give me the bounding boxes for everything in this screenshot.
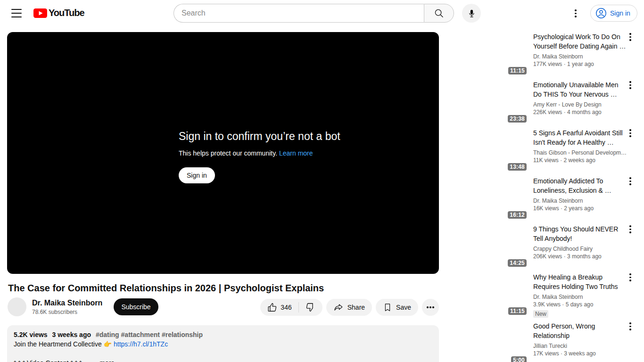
related-video-channel: Dr. Maika Steinborn	[533, 53, 627, 60]
new-badge: New	[533, 310, 548, 318]
save-button[interactable]: Save	[376, 299, 418, 316]
related-video-title[interactable]: Psychological Work To Do On Yourself Bef…	[533, 32, 627, 51]
related-video-title[interactable]: Emotionally Addicted To Loneliness, Excl…	[533, 176, 627, 195]
related-videos-list: 11:15 Psychological Work To Do On Yourse…	[450, 32, 641, 362]
search-button[interactable]	[424, 4, 454, 23]
related-video-item[interactable]: 13:48 5 Signs A Fearful Avoidant Still I…	[450, 128, 641, 173]
related-video-more-options-icon[interactable]	[629, 176, 631, 221]
related-video-title[interactable]: 9 Things You Should NEVER Tell Anybody!	[533, 224, 627, 243]
pointing-hand-emoji: 👉	[104, 340, 112, 348]
search-input[interactable]	[173, 4, 424, 23]
video-thumbnail[interactable]: 5:00	[450, 321, 529, 362]
show-more-button[interactable]: ...more	[94, 358, 115, 362]
related-video-item[interactable]: 16:12 Emotionally Addicted To Loneliness…	[450, 176, 641, 221]
subscribe-button[interactable]: Subscribe	[114, 298, 158, 315]
video-duration-badge: 5:00	[511, 356, 527, 362]
video-duration-badge: 11:15	[508, 67, 527, 74]
search-icon	[434, 8, 444, 18]
video-duration-badge: 23:38	[508, 115, 527, 123]
related-video-title[interactable]: 5 Signs A Fearful Avoidant Still Isn't R…	[533, 128, 627, 147]
video-duration-badge: 14:25	[508, 259, 527, 267]
description-line1: Join the Heartmend Collective	[14, 340, 102, 348]
related-video-channel: Thais Gibson - Personal Development …	[533, 149, 627, 156]
video-thumbnail[interactable]: 13:48	[450, 128, 529, 173]
like-button[interactable]: 346	[260, 302, 298, 313]
related-video-item[interactable]: 11:15 Psychological Work To Do On Yourse…	[450, 32, 641, 76]
save-label: Save	[396, 304, 411, 311]
related-video-more-options-icon[interactable]	[629, 80, 631, 124]
voice-search-button[interactable]	[462, 4, 481, 23]
related-video-item[interactable]: 11:15 Why Healing a Breakup Requires Hol…	[450, 272, 641, 318]
video-duration-badge: 16:12	[508, 211, 527, 219]
related-video-channel: Jillian Turecki	[533, 342, 627, 350]
youtube-logo[interactable]: YouTube	[33, 8, 84, 18]
related-video-more-options-icon[interactable]	[629, 32, 631, 76]
related-video-more-options-icon[interactable]	[629, 321, 631, 362]
related-video-title[interactable]: Why Healing a Breakup Requires Holding T…	[533, 272, 627, 291]
video-player[interactable]: Sign in to confirm you’re not a bot This…	[7, 32, 439, 274]
channel-row: Dr. Maika Steinborn 78.6K subscribers Su…	[8, 297, 158, 316]
youtube-play-icon	[33, 8, 47, 18]
video-thumbnail[interactable]: 23:38	[450, 80, 529, 124]
share-button[interactable]: Share	[326, 299, 372, 316]
related-video-meta: 17K views · 3 weeks ago	[533, 350, 627, 357]
related-video-item[interactable]: 14:25 9 Things You Should NEVER Tell Any…	[450, 224, 641, 269]
header-signin-button[interactable]: Sign in	[590, 5, 637, 22]
learn-more-link[interactable]: Learn more	[279, 149, 313, 157]
like-dislike-pill: 346	[260, 299, 322, 316]
search-bar	[173, 4, 454, 23]
related-video-title[interactable]: Emotionally Unavailable Men Do THIS To Y…	[533, 80, 627, 99]
header-more-options-icon[interactable]	[574, 8, 578, 18]
video-title: The Case for Committed Relationships in …	[8, 281, 439, 295]
video-thumbnail[interactable]: 11:15	[450, 272, 529, 317]
related-video-more-options-icon[interactable]	[629, 128, 631, 173]
video-thumbnail[interactable]: 11:15	[450, 32, 529, 76]
thumbs-down-icon	[305, 302, 316, 313]
bookmark-icon	[383, 303, 392, 312]
video-thumbnail[interactable]: 14:25	[450, 224, 529, 269]
hashtags[interactable]: #dating #attachment #relationship	[96, 331, 203, 338]
video-actions: 346 Share Save	[260, 299, 439, 316]
microphone-icon	[467, 8, 477, 18]
related-video-channel: Dr. Maika Steinborn	[533, 293, 627, 301]
related-video-channel: Crappy Childhood Fairy	[533, 245, 627, 253]
player-subtext: This helps protect our community.	[179, 149, 277, 157]
related-video-meta: 177K views · 1 year ago	[533, 60, 627, 68]
header-signin-label: Sign in	[610, 9, 630, 17]
video-duration-badge: 13:48	[508, 163, 527, 171]
youtube-logo-text: YouTube	[49, 8, 84, 18]
player-signin-button[interactable]: Sign in	[179, 167, 215, 183]
channel-subscriber-count: 78.6K subscribers	[32, 308, 102, 316]
channel-avatar[interactable]	[8, 297, 26, 316]
like-count: 346	[281, 304, 291, 311]
share-label: Share	[347, 304, 365, 311]
related-video-item[interactable]: 5:00 Good Person, Wrong Relationship Jil…	[450, 321, 641, 362]
description-line2: * * * Video Content * * *	[14, 358, 82, 362]
related-video-meta: 3.9K views · 5 days ago	[533, 301, 627, 308]
related-video-meta: 16K views · 2 years ago	[533, 205, 627, 212]
related-video-item[interactable]: 23:38 Emotionally Unavailable Men Do THI…	[450, 80, 641, 124]
dislike-button[interactable]	[299, 302, 322, 313]
video-thumbnail[interactable]: 16:12	[450, 176, 529, 221]
share-icon	[333, 302, 344, 313]
related-video-more-options-icon[interactable]	[629, 272, 631, 318]
related-video-channel: Amy Kerr - Love By Design	[533, 101, 627, 108]
description-box[interactable]: 5.2K views 3 weeks ago #dating #attachme…	[7, 325, 439, 362]
view-count: 5.2K views	[14, 331, 48, 338]
thumbs-up-icon	[267, 302, 277, 313]
channel-name[interactable]: Dr. Maika Steinborn	[32, 298, 102, 308]
person-icon	[595, 8, 607, 19]
player-signin-message: Sign in to confirm you’re not a bot This…	[179, 130, 340, 183]
related-video-meta: 11K views · 2 weeks ago	[533, 156, 627, 164]
related-video-channel: Dr. Maika Steinborn	[533, 197, 627, 205]
more-actions-button[interactable]	[422, 299, 439, 316]
description-link[interactable]: https://h7.cl/1hTZc	[114, 340, 168, 348]
menu-icon[interactable]	[11, 8, 22, 18]
upload-date: 3 weeks ago	[52, 331, 91, 338]
related-video-meta: 226K views · 4 months ago	[533, 108, 627, 116]
related-video-title[interactable]: Good Person, Wrong Relationship	[533, 321, 627, 340]
player-headline: Sign in to confirm you’re not a bot	[179, 130, 340, 143]
related-video-meta: 206K views · 3 months ago	[533, 253, 627, 260]
related-video-more-options-icon[interactable]	[629, 224, 631, 269]
top-app-bar: YouTube Sign in	[0, 0, 644, 26]
